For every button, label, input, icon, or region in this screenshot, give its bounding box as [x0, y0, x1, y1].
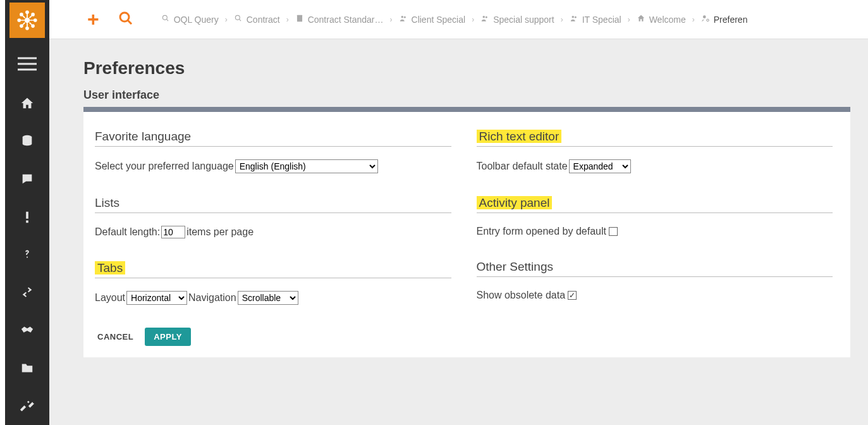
layout-select[interactable]: Horizontal	[126, 291, 187, 305]
entry-form-checkbox[interactable]	[609, 227, 618, 236]
breadcrumb-item-current[interactable]: Preferen	[699, 13, 750, 26]
breadcrumb-item[interactable]: Contract Standar…	[293, 13, 386, 26]
svg-point-18	[572, 16, 574, 18]
team-icon	[570, 14, 578, 25]
section-rich-text: Rich text editor Toolbar default state E…	[477, 130, 833, 173]
doc-icon	[295, 14, 304, 25]
settings-panel: Favorite language Select your preferred …	[83, 112, 850, 357]
obsolete-data-label: Show obsolete data	[477, 290, 566, 301]
section-lists: Lists Default length: items per page	[95, 196, 451, 238]
search-button[interactable]	[118, 11, 133, 28]
obsolete-data-checkbox[interactable]	[568, 291, 577, 300]
default-length-label: Default length:	[95, 226, 160, 238]
page-title: Preferences	[83, 58, 850, 78]
team-icon	[399, 14, 408, 25]
section-tabs: Tabs Layout Horizontal Navigation Scroll…	[95, 261, 451, 305]
help-icon[interactable]	[5, 236, 49, 274]
page-subtitle: User interface	[83, 89, 850, 102]
layout-label: Layout	[95, 292, 125, 304]
svg-point-2	[25, 27, 29, 30]
svg-rect-13	[297, 15, 302, 22]
add-button[interactable]: +	[87, 8, 99, 31]
divider-bar	[83, 107, 850, 112]
menu-toggle-icon[interactable]	[18, 57, 37, 73]
default-length-input[interactable]	[161, 226, 185, 238]
language-label: Select your preferred language	[95, 161, 234, 172]
navigation-select[interactable]: Scrollable	[238, 291, 298, 305]
breadcrumb-item[interactable]: Special support	[478, 13, 557, 26]
search-icon	[161, 14, 170, 25]
svg-point-16	[483, 16, 486, 18]
svg-point-0	[25, 18, 30, 23]
team-icon	[480, 14, 489, 25]
home-icon	[637, 14, 645, 25]
items-per-page-label: items per page	[186, 226, 254, 238]
entry-form-label: Entry form opened by default	[477, 226, 606, 237]
section-title: Rich text editor	[477, 130, 833, 147]
alert-icon[interactable]	[5, 198, 49, 236]
svg-point-1	[25, 10, 29, 14]
home-icon[interactable]	[5, 84, 49, 122]
section-favorite-language: Favorite language Select your preferred …	[95, 130, 451, 173]
breadcrumb-item[interactable]: IT Special	[567, 13, 624, 26]
section-title: Lists	[95, 196, 451, 213]
breadcrumb-item[interactable]: Client Special	[396, 13, 468, 26]
chat-icon[interactable]	[5, 160, 49, 198]
section-title: Favorite language	[95, 130, 451, 147]
svg-point-21	[706, 19, 709, 22]
svg-point-4	[34, 18, 37, 22]
apply-button[interactable]: APPLY	[145, 328, 191, 346]
section-title: Activity panel	[477, 196, 833, 213]
navigation-label: Navigation	[188, 292, 236, 304]
breadcrumb-item[interactable]: Welcome	[634, 13, 688, 26]
sidebar	[5, 0, 49, 425]
transfer-icon[interactable]	[5, 273, 49, 311]
folder-icon[interactable]	[5, 349, 49, 387]
tools-icon[interactable]	[5, 387, 49, 425]
svg-point-10	[120, 13, 129, 22]
svg-point-15	[403, 16, 405, 18]
svg-point-3	[17, 18, 21, 22]
breadcrumb-item[interactable]: OQL Query	[159, 13, 221, 26]
svg-point-19	[575, 16, 577, 18]
form-actions: CANCEL APPLY	[95, 328, 451, 346]
breadcrumb-item[interactable]: Contract	[231, 13, 283, 26]
svg-point-6	[31, 13, 35, 16]
database-icon[interactable]	[5, 122, 49, 160]
toolbar-state-label: Toolbar default state	[477, 161, 568, 172]
language-select[interactable]: English (English)	[235, 159, 378, 173]
section-activity-panel: Activity panel Entry form opened by defa…	[477, 196, 833, 237]
topbar: + OQL Query › Contract › Contract Standa…	[49, 0, 868, 39]
toolbar-state-select[interactable]: Expanded	[569, 159, 631, 173]
svg-point-20	[703, 15, 706, 18]
handshake-icon[interactable]	[5, 311, 49, 349]
section-title: Tabs	[95, 261, 451, 278]
cancel-button[interactable]: CANCEL	[95, 328, 136, 345]
app-logo[interactable]	[9, 3, 45, 38]
section-other-settings: Other Settings Show obsolete data	[477, 260, 833, 301]
search-icon	[234, 14, 243, 25]
user-gear-icon	[701, 14, 710, 25]
svg-point-17	[486, 16, 487, 18]
main-content: Preferences User interface Favorite lang…	[49, 39, 868, 425]
section-title: Other Settings	[477, 260, 833, 277]
breadcrumb: OQL Query › Contract › Contract Standar……	[159, 13, 750, 26]
svg-point-14	[401, 16, 403, 18]
